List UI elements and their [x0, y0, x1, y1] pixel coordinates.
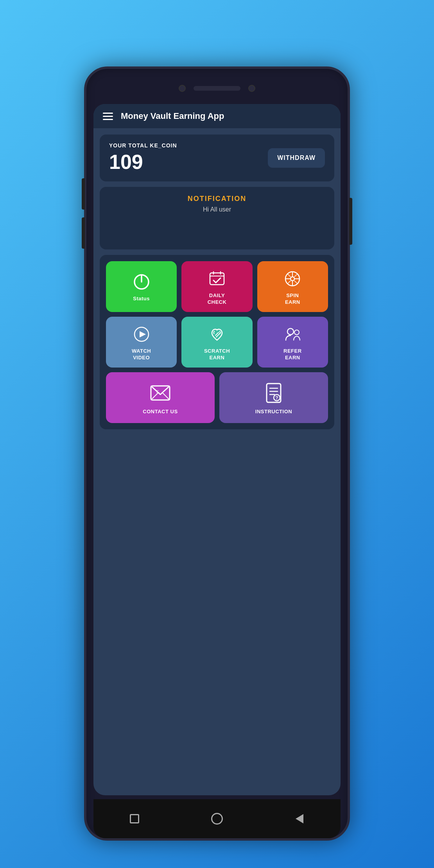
- svg-point-18: [287, 328, 294, 335]
- daily-check-icon: [207, 269, 227, 289]
- back-icon: [296, 814, 303, 823]
- nav-back-button[interactable]: [292, 811, 307, 827]
- coins-value: 109: [109, 150, 177, 174]
- bottom-nav: [93, 799, 341, 838]
- scratch-earn-label: SCRATCHEARN: [204, 348, 230, 361]
- svg-marker-17: [140, 331, 146, 337]
- top-bar: Money Vault Earning App: [93, 104, 341, 128]
- volume-down-button: [82, 217, 85, 249]
- spin-earn-label: SPINEARN: [285, 292, 300, 306]
- refer-earn-label: REFEREARN: [283, 348, 302, 361]
- app-title: Money Vault Earning App: [121, 111, 224, 121]
- svg-line-21: [151, 393, 158, 400]
- menu-grid-top: Status DAILYC: [106, 261, 328, 312]
- notification-message: Hi All user: [109, 206, 325, 213]
- power-button: [349, 198, 352, 245]
- scratch-earn-button[interactable]: SCRATCHEARN: [181, 317, 252, 368]
- svg-text:?: ?: [275, 395, 278, 401]
- coins-label: YOUR TOTAL KE_COIN: [109, 142, 177, 149]
- spin-earn-button[interactable]: SPINEARN: [257, 261, 328, 312]
- svg-line-15: [287, 281, 291, 284]
- home-icon: [211, 813, 223, 825]
- play-icon: [132, 325, 151, 344]
- status-button[interactable]: Status: [106, 261, 177, 312]
- contact-us-label: CONTACT US: [143, 409, 178, 415]
- notification-title: NOTIFICATION: [109, 195, 325, 203]
- menu-grid-card: Status DAILYC: [100, 255, 334, 429]
- instruction-label: INSTRUCTION: [255, 409, 292, 415]
- main-content: YOUR TOTAL KE_COIN 109 WITHDRAW NOTIFICA…: [93, 128, 341, 795]
- svg-point-19: [294, 330, 299, 335]
- speaker: [194, 86, 240, 91]
- watch-video-label: WATCHVIDEO: [132, 348, 151, 361]
- menu-grid-middle: WATCHVIDEO: [106, 317, 328, 368]
- watch-video-button[interactable]: WATCHVIDEO: [106, 317, 177, 368]
- instruction-icon: ?: [262, 381, 285, 405]
- refer-icon: [283, 325, 302, 344]
- svg-line-12: [287, 274, 291, 277]
- status-label: Status: [133, 296, 150, 302]
- svg-line-13: [294, 281, 298, 284]
- notification-card: NOTIFICATION Hi All user: [100, 187, 334, 249]
- phone-screen: Money Vault Earning App YOUR TOTAL KE_CO…: [93, 104, 341, 795]
- hamburger-menu-button[interactable]: [103, 113, 113, 120]
- spin-icon: [283, 269, 302, 289]
- contact-us-button[interactable]: CONTACT US: [106, 372, 215, 423]
- daily-check-button[interactable]: DAILYCHECK: [181, 261, 252, 312]
- daily-check-label: DAILYCHECK: [208, 292, 227, 306]
- hamburger-line-1: [103, 113, 113, 114]
- front-camera: [179, 85, 186, 92]
- hamburger-line-3: [103, 119, 113, 120]
- svg-line-14: [294, 274, 298, 277]
- instruction-button[interactable]: ? INSTRUCTION: [219, 372, 328, 423]
- camera-area: [147, 77, 287, 100]
- sensor: [248, 85, 255, 92]
- svg-line-22: [163, 393, 170, 400]
- refer-earn-button[interactable]: REFEREARN: [257, 317, 328, 368]
- coins-card: YOUR TOTAL KE_COIN 109 WITHDRAW: [100, 135, 334, 181]
- hamburger-line-2: [103, 116, 113, 117]
- power-icon: [132, 272, 151, 292]
- menu-grid-bottom: CONTACT US ?: [106, 372, 328, 423]
- nav-home-button[interactable]: [209, 811, 225, 827]
- withdraw-button[interactable]: WITHDRAW: [268, 148, 325, 168]
- svg-rect-2: [210, 273, 224, 285]
- svg-point-7: [291, 277, 294, 281]
- volume-up-button: [82, 178, 85, 210]
- mail-icon: [149, 381, 172, 405]
- coins-info: YOUR TOTAL KE_COIN 109: [109, 142, 177, 174]
- nav-recent-apps-button[interactable]: [127, 811, 142, 827]
- scratch-icon: [207, 325, 227, 344]
- phone-frame: Money Vault Earning App YOUR TOTAL KE_CO…: [84, 66, 350, 841]
- recent-apps-icon: [130, 814, 139, 823]
